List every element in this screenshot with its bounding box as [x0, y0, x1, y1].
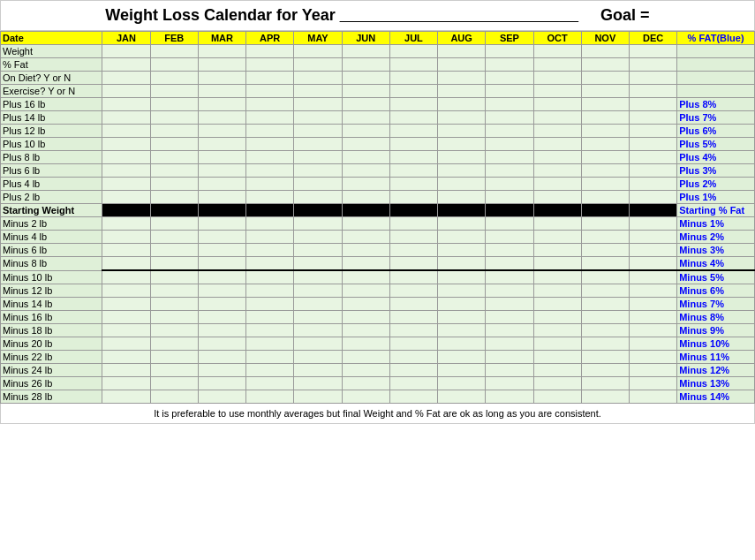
month-cell[interactable] [294, 151, 342, 164]
month-cell[interactable] [486, 284, 533, 298]
month-cell[interactable] [198, 98, 245, 111]
month-cell[interactable] [150, 85, 198, 98]
month-cell[interactable] [581, 337, 629, 351]
month-cell[interactable] [581, 98, 629, 111]
month-cell[interactable] [102, 311, 150, 324]
month-cell[interactable] [198, 270, 245, 284]
month-cell[interactable] [342, 151, 389, 164]
month-cell[interactable] [533, 390, 581, 404]
month-cell[interactable] [102, 298, 150, 311]
month-cell[interactable] [294, 45, 342, 58]
month-cell[interactable] [150, 324, 198, 337]
month-cell[interactable] [486, 45, 533, 58]
month-cell[interactable] [581, 72, 629, 85]
month-cell[interactable] [629, 298, 676, 311]
month-cell[interactable] [486, 191, 533, 204]
month-cell[interactable] [629, 178, 676, 191]
month-cell[interactable] [486, 324, 533, 337]
month-cell[interactable] [246, 337, 294, 351]
month-cell[interactable] [533, 217, 581, 231]
month-cell[interactable] [102, 231, 150, 244]
month-cell[interactable] [342, 351, 389, 364]
month-cell[interactable] [533, 337, 581, 351]
month-cell[interactable] [198, 351, 245, 364]
month-cell[interactable] [294, 324, 342, 337]
month-cell[interactable] [533, 111, 581, 125]
month-cell[interactable] [533, 85, 581, 98]
month-cell[interactable] [294, 244, 342, 257]
month-cell[interactable] [342, 111, 389, 125]
month-cell[interactable] [294, 85, 342, 98]
month-cell[interactable] [629, 284, 676, 298]
month-cell[interactable] [389, 244, 437, 257]
month-cell[interactable] [533, 270, 581, 284]
month-cell[interactable] [581, 324, 629, 337]
month-cell[interactable] [102, 151, 150, 164]
month-cell[interactable] [581, 244, 629, 257]
month-cell[interactable] [198, 178, 245, 191]
month-cell[interactable] [198, 298, 245, 311]
month-cell[interactable] [102, 390, 150, 404]
month-cell[interactable] [581, 298, 629, 311]
month-cell[interactable] [294, 164, 342, 178]
month-cell[interactable] [438, 98, 486, 111]
month-cell[interactable] [581, 178, 629, 191]
month-cell[interactable] [533, 311, 581, 324]
month-cell[interactable] [581, 351, 629, 364]
month-cell[interactable] [389, 257, 437, 271]
month-cell[interactable] [389, 337, 437, 351]
month-cell[interactable] [533, 364, 581, 377]
month-cell[interactable] [150, 138, 198, 151]
month-cell[interactable] [150, 351, 198, 364]
month-cell[interactable] [438, 45, 486, 58]
month-cell[interactable] [629, 351, 676, 364]
month-cell[interactable] [246, 231, 294, 244]
month-cell[interactable] [581, 284, 629, 298]
month-cell[interactable] [438, 217, 486, 231]
month-cell[interactable] [198, 164, 245, 178]
month-cell[interactable] [581, 377, 629, 390]
month-cell[interactable] [438, 390, 486, 404]
month-cell[interactable] [533, 191, 581, 204]
month-cell[interactable] [438, 204, 486, 217]
month-cell[interactable] [533, 257, 581, 271]
month-cell[interactable] [389, 390, 437, 404]
month-cell[interactable] [198, 244, 245, 257]
month-cell[interactable] [629, 125, 676, 138]
month-cell[interactable] [150, 298, 198, 311]
month-cell[interactable] [486, 204, 533, 217]
month-cell[interactable] [486, 364, 533, 377]
month-cell[interactable] [486, 178, 533, 191]
month-cell[interactable] [342, 284, 389, 298]
month-cell[interactable] [198, 45, 245, 58]
month-cell[interactable] [198, 138, 245, 151]
month-cell[interactable] [581, 390, 629, 404]
month-cell[interactable] [389, 98, 437, 111]
month-cell[interactable] [246, 244, 294, 257]
month-cell[interactable] [438, 138, 486, 151]
month-cell[interactable] [102, 178, 150, 191]
month-cell[interactable] [246, 178, 294, 191]
month-cell[interactable] [342, 45, 389, 58]
month-cell[interactable] [438, 324, 486, 337]
month-cell[interactable] [486, 72, 533, 85]
month-cell[interactable] [294, 337, 342, 351]
month-cell[interactable] [294, 98, 342, 111]
month-cell[interactable] [150, 270, 198, 284]
month-cell[interactable] [533, 178, 581, 191]
month-cell[interactable] [246, 164, 294, 178]
month-cell[interactable] [342, 324, 389, 337]
month-cell[interactable] [342, 98, 389, 111]
month-cell[interactable] [438, 270, 486, 284]
month-cell[interactable] [389, 231, 437, 244]
month-cell[interactable] [629, 217, 676, 231]
month-cell[interactable] [246, 191, 294, 204]
month-cell[interactable] [486, 217, 533, 231]
month-cell[interactable] [629, 85, 676, 98]
month-cell[interactable] [150, 311, 198, 324]
month-cell[interactable] [294, 311, 342, 324]
month-cell[interactable] [389, 204, 437, 217]
month-cell[interactable] [150, 111, 198, 125]
month-cell[interactable] [533, 284, 581, 298]
month-cell[interactable] [294, 231, 342, 244]
